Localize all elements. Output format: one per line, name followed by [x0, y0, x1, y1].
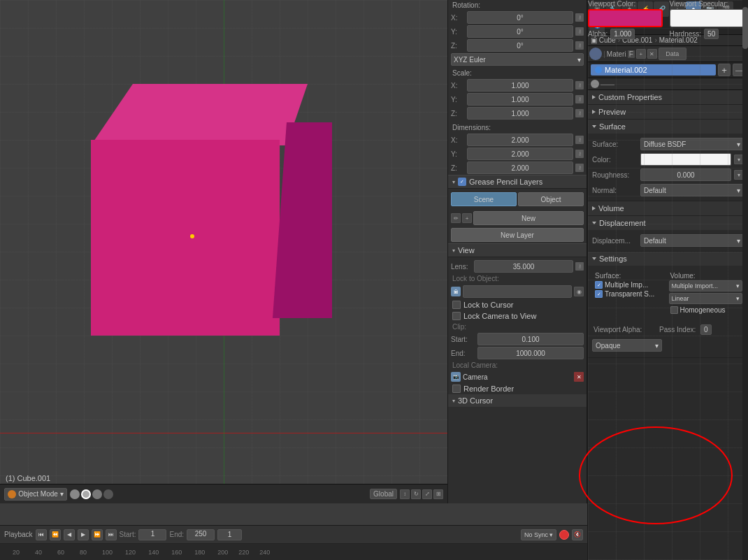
clip-start-label: Start: — [451, 336, 475, 343]
frame-100: 100 — [102, 549, 113, 556]
scale-y-input[interactable]: 1.000 — [467, 93, 573, 106]
rotation-y-label: Y: — [451, 28, 465, 36]
dim-z-input[interactable]: 2.000 — [467, 161, 573, 174]
timeline-frame-numbers: 20 40 60 80 100 120 140 160 180 200 220 … — [0, 544, 587, 560]
next-frame-btn[interactable]: ⏩ — [92, 529, 103, 540]
scale-y-lock[interactable]: ⚷ — [575, 95, 584, 103]
clip-start-input[interactable]: 0.100 — [477, 333, 584, 345]
rotation-y-input[interactable]: 0° — [467, 25, 573, 38]
view-triangle: ▾ — [452, 247, 455, 254]
camera-row: 📷 Camera ✕ — [448, 371, 587, 382]
mute-btn[interactable]: 🔇 — [572, 529, 583, 540]
frame-ruler: 20 40 60 80 100 120 140 160 180 200 220 … — [0, 544, 587, 560]
dim-y-lock[interactable]: ⚷ — [575, 150, 584, 158]
scale-z-row: Z: 1.000 ⚷ — [448, 106, 587, 120]
frame-40: 40 — [35, 549, 42, 556]
new-layer-btn[interactable]: New Layer — [451, 228, 584, 242]
solid-shade-icon[interactable] — [81, 489, 91, 499]
euler-arrow: ▾ — [577, 56, 581, 64]
lens-input[interactable]: 35.000 — [474, 260, 573, 273]
sync-dropdown[interactable]: No Sync ▾ — [521, 529, 556, 540]
euler-dropdown[interactable]: XYZ Euler ▾ — [451, 53, 584, 66]
scale-x-input[interactable]: 1.000 — [467, 79, 573, 92]
lock-object-input[interactable] — [463, 285, 572, 298]
scale-z-lock[interactable]: ⚷ — [575, 109, 584, 117]
camera-name: Camera — [463, 373, 572, 381]
grease-pencil-label: Grease Pencil Layers — [469, 178, 542, 186]
viewport-color-swatch[interactable] — [588, 9, 663, 27]
playback-label: Playback — [4, 531, 33, 538]
dim-x-lock[interactable]: ⚷ — [575, 136, 584, 144]
global-label: Global — [370, 489, 397, 499]
viewport-3d[interactable]: (1) Cube.001 Object Mode ▾ Global ↕ ↻ ⤢ … — [0, 0, 447, 503]
lock-cursor-checkbox[interactable] — [452, 301, 461, 309]
rotation-z-input[interactable]: 0° — [467, 39, 573, 52]
jump-start-btn[interactable]: ⏮ — [36, 529, 47, 540]
toolbar-icons: ↕ ↻ ⤢ ⊞ — [400, 489, 443, 499]
render-border-checkbox[interactable] — [452, 385, 461, 393]
lock-camera-row: Lock Camera to View — [448, 310, 587, 322]
prev-frame-btn[interactable]: ⏪ — [50, 529, 61, 540]
wireframe-shade-icon[interactable] — [103, 489, 113, 499]
scene-object-row: Scene Object — [448, 191, 587, 208]
dim-z-lock[interactable]: ⚷ — [575, 164, 584, 172]
scale-icon[interactable]: ⤢ — [422, 489, 432, 499]
lock-to-object-label: Lock to Object: — [448, 273, 587, 284]
shading-buttons — [70, 489, 113, 499]
camera-remove-btn[interactable]: ✕ — [574, 372, 584, 382]
dim-y-input[interactable]: 2.000 — [467, 148, 573, 160]
lock-camera-checkbox[interactable] — [452, 312, 461, 320]
scale-x-lock[interactable]: ⚷ — [575, 81, 584, 89]
viewport-color-col: Viewport Color: Alpha: 1.000 — [588, 0, 667, 560]
scrollbar-thumb[interactable] — [742, 7, 748, 49]
hardness-label: Hardness: — [670, 30, 702, 38]
material-shade-icon[interactable] — [92, 489, 102, 499]
alpha-row: Alpha: 1.000 — [588, 29, 667, 39]
cube-object[interactable] — [70, 84, 350, 350]
mode-selector[interactable]: Object Mode ▾ — [4, 488, 67, 501]
timeline-controls: Playback ⏮ ⏪ ◀ ▶ ⏩ ⏭ Start: 1 End: 250 1… — [0, 526, 587, 544]
render-border-row: Render Border — [448, 383, 587, 394]
rotation-y-lock[interactable]: ⚷ — [575, 27, 584, 36]
viewport-grid-layout: Viewport Color: Alpha: 1.000 Viewport Sp… — [588, 0, 748, 560]
lens-lock[interactable]: ⚷ — [575, 262, 584, 271]
frame-80: 80 — [80, 549, 87, 556]
record-btn[interactable] — [559, 530, 569, 540]
jump-end-btn[interactable]: ⏭ — [106, 529, 117, 540]
cursor-3d-section[interactable]: ▾ 3D Cursor — [448, 394, 587, 407]
end-frame-input[interactable]: 250 — [187, 529, 215, 540]
lock-object-picker[interactable]: ◉ — [574, 287, 584, 296]
add-icon[interactable]: + — [462, 213, 472, 223]
move-icon[interactable]: ↕ — [400, 489, 410, 499]
properties-scrollbar[interactable] — [742, 0, 748, 560]
grease-pencil-section[interactable]: ▾ ✓ Grease Pencil Layers — [448, 175, 587, 189]
lock-object-row: 🏛 ◉ — [448, 285, 587, 299]
start-frame-input[interactable]: 1 — [138, 529, 166, 540]
play-btn[interactable]: ▶ — [78, 529, 89, 540]
frame-160: 160 — [171, 549, 182, 556]
lock-cursor-row: Lock to Cursor — [448, 299, 587, 310]
new-btn[interactable]: New — [473, 211, 584, 225]
grease-pencil-checkbox[interactable]: ✓ — [458, 178, 466, 186]
dim-x-input[interactable]: 2.000 — [467, 134, 573, 146]
viewport-color-label: Viewport Color: — [588, 0, 667, 8]
clip-end-label: End: — [451, 350, 475, 357]
hardness-value[interactable]: 50 — [704, 29, 719, 39]
clip-end-input[interactable]: 1000.000 — [477, 347, 584, 359]
play-reverse-btn[interactable]: ◀ — [64, 529, 75, 540]
view-section[interactable]: ▾ View — [448, 243, 587, 257]
frame-20: 20 — [13, 549, 20, 556]
render-shade-icon[interactable] — [70, 489, 80, 499]
transform-icon[interactable]: ⊞ — [433, 489, 443, 499]
rotate-icon[interactable]: ↻ — [411, 489, 421, 499]
alpha-value[interactable]: 1.000 — [610, 29, 635, 39]
rotation-x-input[interactable]: 0° — [467, 11, 573, 24]
rotation-z-lock[interactable]: ⚷ — [575, 41, 584, 50]
scale-z-input[interactable]: 1.000 — [467, 107, 573, 120]
rotation-x-lock[interactable]: ⚷ — [575, 13, 584, 22]
scene-btn[interactable]: Scene — [451, 192, 517, 206]
object-btn[interactable]: Object — [518, 192, 584, 206]
viewport-specular-swatch[interactable] — [670, 9, 745, 27]
current-frame-input[interactable]: 1 — [217, 529, 242, 540]
pencil-icon[interactable]: ✏ — [451, 213, 461, 223]
